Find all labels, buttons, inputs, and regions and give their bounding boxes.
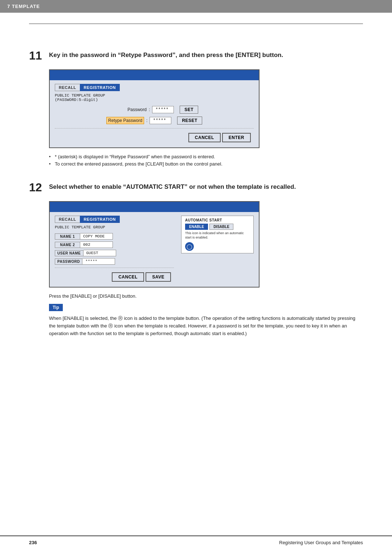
password-colon: : bbox=[149, 107, 150, 112]
tab-row: RECALL REGISTRATION bbox=[55, 84, 254, 91]
name2-row: NAME 2 002 bbox=[55, 241, 142, 248]
form-grid: NAME 1 COPY MODE NAME 2 002 USER NAME GU… bbox=[55, 233, 174, 265]
tip-text: When [ENABLE] is selected, the Ⓡ icon is… bbox=[49, 315, 358, 337]
save-button[interactable]: SAVE bbox=[146, 272, 171, 282]
password-row-2: PASSWORD ***** bbox=[55, 258, 142, 265]
auto-start-box: AUTOMATIC START ENABLE DISABLE This icon… bbox=[181, 216, 254, 253]
step-11-block: 11 Key in the password in “Retype Passwo… bbox=[29, 49, 363, 167]
username-row: USER NAME GUEST bbox=[55, 250, 142, 256]
panel2-divider bbox=[55, 268, 174, 268]
retype-password-row: Retype Password : ***** RESET bbox=[106, 117, 202, 125]
step-12-number: 12 bbox=[29, 181, 49, 194]
password-key-2: PASSWORD bbox=[55, 258, 82, 265]
step-12-block: 12 Select whether to enable “AUTOMATIC S… bbox=[29, 181, 363, 338]
password-value: ***** bbox=[152, 106, 174, 113]
tab-row-2: RECALL REGISTRATION bbox=[55, 216, 174, 223]
page-number: 236 bbox=[29, 540, 37, 545]
name2-key: NAME 2 bbox=[55, 242, 80, 248]
set-button[interactable]: SET bbox=[180, 106, 198, 114]
name1-row: NAME 1 COPY MODE bbox=[55, 233, 142, 240]
page-header: 7 TEMPLATE bbox=[0, 0, 392, 13]
panel-header-bar bbox=[50, 70, 259, 80]
tab-recall[interactable]: RECALL bbox=[55, 84, 80, 91]
step-11-panel: RECALL REGISTRATION PUBLIC TEMPLATE GROU… bbox=[49, 69, 260, 148]
username-key: USER NAME bbox=[55, 250, 83, 256]
auto-start-desc: This icon is indicated when an automatic… bbox=[185, 231, 250, 240]
disable-button[interactable]: DISABLE bbox=[209, 224, 233, 230]
header-label: 7 TEMPLATE bbox=[7, 4, 40, 9]
panel-footer: CANCEL ENTER bbox=[55, 131, 254, 144]
name2-val: 002 bbox=[80, 241, 113, 248]
step-11-bullets: * (asterisk) is displayed in “Retype Pas… bbox=[49, 154, 363, 167]
panel-fields: Password : ***** SET Retype Password : *… bbox=[55, 106, 254, 125]
retype-value: ***** bbox=[150, 117, 171, 124]
auto-start-icon: ◯ bbox=[185, 242, 194, 251]
auto-start-title: AUTOMATIC START bbox=[185, 218, 250, 222]
panel2-body: RECALL REGISTRATION PUBLIC TEMPLATE GROU… bbox=[50, 212, 259, 287]
username-val: GUEST bbox=[83, 250, 116, 256]
name1-key: NAME 1 bbox=[55, 233, 80, 240]
enter-button[interactable]: ENTER bbox=[222, 133, 251, 142]
step-12-title: Select whether to enable “AUTOMATIC STAR… bbox=[49, 181, 296, 191]
password-row: Password : ***** SET bbox=[110, 106, 198, 114]
panel2-right: AUTOMATIC START ENABLE DISABLE This icon… bbox=[177, 216, 254, 283]
press-text: Press the [ENABLE] or [DISABLE] button. bbox=[49, 293, 363, 299]
panel2-footer: CANCEL SAVE bbox=[55, 271, 174, 283]
bullet-item: * (asterisk) is displayed in “Retype Pas… bbox=[49, 154, 363, 159]
panel2-header-bar bbox=[50, 202, 259, 212]
password-label: Password bbox=[110, 107, 147, 112]
cancel-button[interactable]: CANCEL bbox=[188, 133, 221, 142]
footer-title: Registering User Groups and Templates bbox=[279, 540, 363, 545]
name1-val: COPY MODE bbox=[80, 233, 113, 240]
tip-label: Tip bbox=[49, 304, 63, 311]
step-12-header: 12 Select whether to enable “AUTOMATIC S… bbox=[29, 181, 363, 194]
tab2-recall[interactable]: RECALL bbox=[55, 216, 80, 223]
panel-body: RECALL REGISTRATION PUBLIC TEMPLATE GROU… bbox=[50, 80, 259, 147]
retype-password-label: Retype Password bbox=[106, 117, 144, 124]
retype-colon: : bbox=[146, 118, 147, 123]
reset-button[interactable]: RESET bbox=[177, 117, 202, 125]
step-11-number: 11 bbox=[29, 49, 49, 62]
step-12-panel: RECALL REGISTRATION PUBLIC TEMPLATE GROU… bbox=[49, 201, 260, 288]
password-val-2: ***** bbox=[82, 258, 115, 265]
cancel-button-2[interactable]: CANCEL bbox=[112, 272, 144, 282]
page-footer: 236 Registering User Groups and Template… bbox=[0, 535, 392, 545]
step-11-title: Key in the password in “Retype Password”… bbox=[49, 49, 283, 60]
auto-start-buttons: ENABLE DISABLE bbox=[185, 224, 250, 230]
panel2-left: RECALL REGISTRATION PUBLIC TEMPLATE GROU… bbox=[55, 216, 174, 283]
tab2-registration[interactable]: REGISTRATION bbox=[80, 216, 120, 223]
bullet-item: To correct the entered password, press t… bbox=[49, 161, 363, 167]
panel2-subtitle: PUBLIC TEMPLATE GROUP bbox=[55, 225, 174, 229]
enable-button[interactable]: ENABLE bbox=[185, 224, 208, 230]
step-11-header: 11 Key in the password in “Retype Passwo… bbox=[29, 49, 363, 62]
tab-registration[interactable]: REGISTRATION bbox=[80, 84, 120, 91]
panel-divider bbox=[55, 128, 254, 129]
panel-subtitle: PUBLIC TEMPLATE GROUP (PASSWORD:5-digit) bbox=[55, 93, 254, 102]
